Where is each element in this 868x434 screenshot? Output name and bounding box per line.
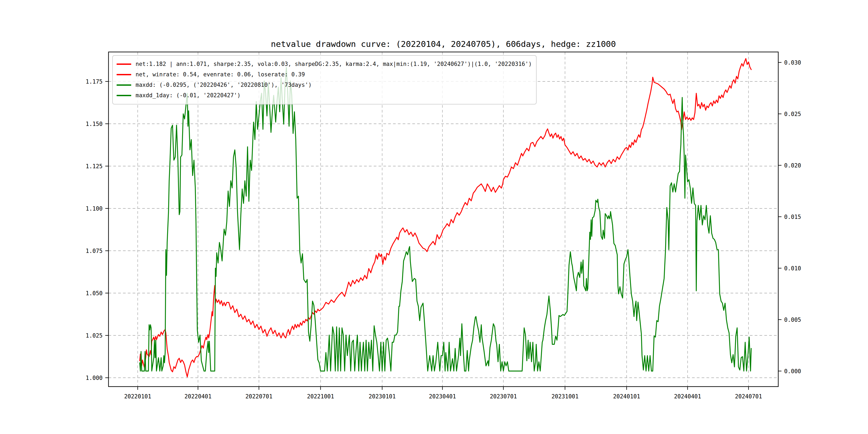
svg-text:20240401: 20240401 bbox=[674, 393, 701, 400]
svg-text:1.175: 1.175 bbox=[86, 79, 103, 85]
svg-text:20240101: 20240101 bbox=[613, 393, 640, 400]
svg-text:20230101: 20230101 bbox=[369, 393, 396, 400]
legend-label: maxdd_1day: (-0.01, '20220427') bbox=[135, 90, 241, 101]
maxdd-line-swatch-icon bbox=[117, 84, 131, 86]
net-line-swatch-icon bbox=[117, 74, 131, 75]
maxdd-1day-line-swatch-icon bbox=[117, 95, 131, 96]
chart-figure: 2022010120220401202207012022100120230101… bbox=[0, 0, 868, 434]
legend-label: net, winrate: 0.54, evenrate: 0.06, lose… bbox=[135, 69, 305, 80]
svg-text:1.050: 1.050 bbox=[86, 290, 103, 297]
svg-text:1.075: 1.075 bbox=[86, 248, 103, 254]
net-line-swatch-icon bbox=[117, 63, 131, 65]
svg-text:20220101: 20220101 bbox=[124, 393, 151, 400]
svg-text:20220401: 20220401 bbox=[184, 393, 211, 400]
svg-text:0.025: 0.025 bbox=[784, 111, 801, 117]
legend-label: net:1.182 | ann:1.071, sharpe:2.35, vola… bbox=[135, 59, 532, 69]
svg-text:20230701: 20230701 bbox=[490, 393, 517, 400]
svg-text:1.150: 1.150 bbox=[86, 121, 103, 127]
svg-text:0.015: 0.015 bbox=[784, 214, 801, 220]
chart-legend: net:1.182 | ann:1.071, sharpe:2.35, vola… bbox=[112, 55, 537, 104]
chart-title: netvalue drawdown curve: (20220104, 2024… bbox=[108, 39, 778, 49]
legend-item-net-rates: net, winrate: 0.54, evenrate: 0.06, lose… bbox=[117, 69, 532, 80]
svg-text:0.005: 0.005 bbox=[784, 317, 801, 323]
svg-text:20231001: 20231001 bbox=[551, 393, 579, 400]
svg-text:1.125: 1.125 bbox=[86, 163, 103, 169]
svg-text:1.100: 1.100 bbox=[86, 206, 103, 212]
svg-text:20240701: 20240701 bbox=[735, 393, 762, 400]
svg-text:0.020: 0.020 bbox=[784, 162, 801, 169]
svg-text:1.000: 1.000 bbox=[86, 375, 103, 381]
svg-text:0.010: 0.010 bbox=[784, 265, 801, 272]
svg-text:0.000: 0.000 bbox=[784, 368, 801, 374]
svg-text:20221001: 20221001 bbox=[307, 393, 334, 400]
svg-text:1.025: 1.025 bbox=[86, 333, 103, 339]
legend-label: maxdd: (-0.0295, ('20220426', '20220810'… bbox=[135, 80, 312, 90]
legend-item-net-stats: net:1.182 | ann:1.071, sharpe:2.35, vola… bbox=[117, 59, 532, 69]
svg-text:0.030: 0.030 bbox=[784, 60, 801, 66]
svg-text:20230401: 20230401 bbox=[429, 393, 456, 400]
svg-text:20220701: 20220701 bbox=[245, 393, 273, 400]
legend-item-maxdd: maxdd: (-0.0295, ('20220426', '20220810'… bbox=[117, 80, 532, 90]
legend-item-maxdd-1day: maxdd_1day: (-0.01, '20220427') bbox=[117, 90, 532, 101]
